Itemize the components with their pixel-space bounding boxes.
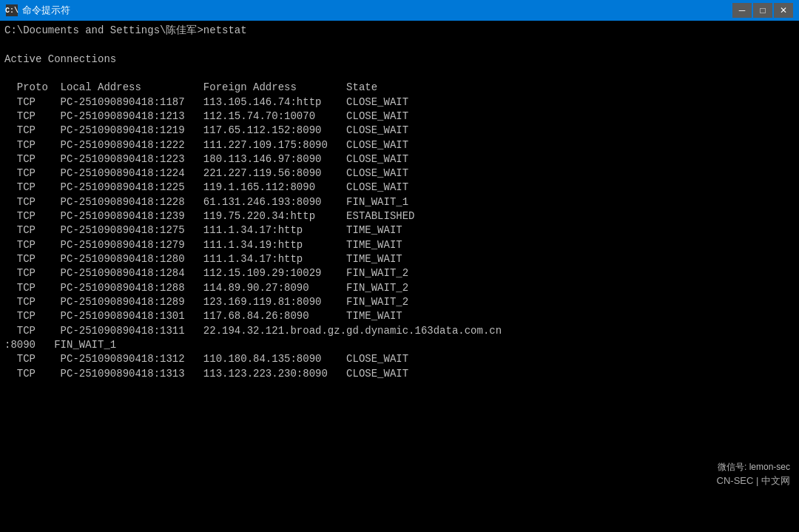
window-title: 命令提示符	[22, 4, 732, 17]
watermark: 微信号: lemon-sec CN-SEC | 中文网	[717, 460, 790, 488]
minimize-button[interactable]: ─	[732, 3, 752, 18]
cmd-window: C:\ 命令提示符 ─ □ ✕ C:\Documents and Setting…	[0, 0, 799, 532]
cn-sec-label: CN-SEC | 中文网	[717, 474, 790, 488]
close-button[interactable]: ✕	[774, 3, 793, 18]
terminal-body[interactable]: C:\Documents and Settings\陈佳军>netstat Ac…	[0, 21, 799, 532]
window-controls: ─ □ ✕	[732, 3, 793, 18]
terminal-content: C:\Documents and Settings\陈佳军>netstat Ac…	[4, 24, 795, 381]
title-bar: C:\ 命令提示符 ─ □ ✕	[0, 0, 799, 21]
window-icon: C:\	[6, 4, 18, 16]
maximize-button[interactable]: □	[753, 3, 772, 18]
wechat-label: 微信号: lemon-sec	[717, 460, 790, 474]
